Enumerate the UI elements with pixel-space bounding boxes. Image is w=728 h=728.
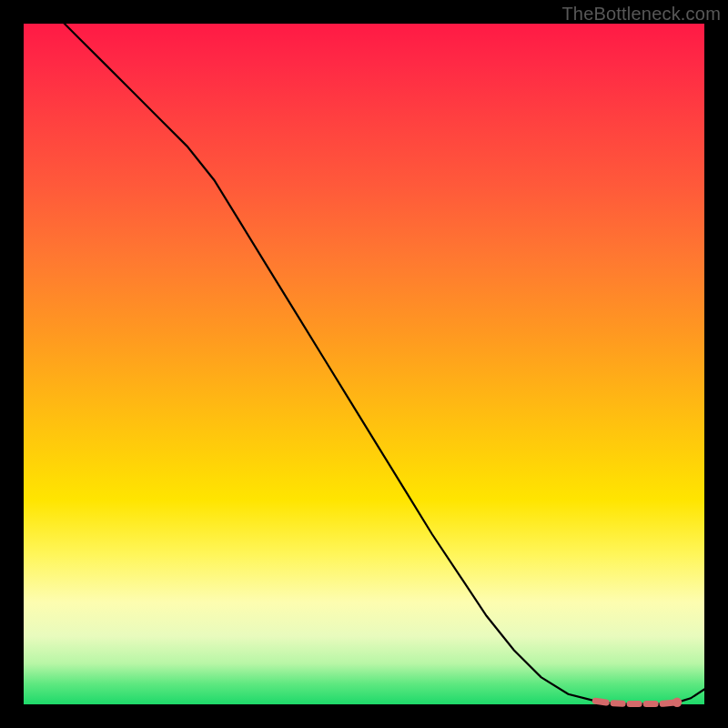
plot-area	[24, 24, 704, 704]
accent-dot	[672, 698, 682, 707]
dashed-accent	[595, 701, 677, 703]
bottleneck-curve	[24, 0, 704, 704]
chart-frame: TheBottleneck.com	[0, 0, 728, 728]
watermark-text: TheBottleneck.com	[561, 4, 721, 25]
curve-layer	[24, 24, 704, 704]
